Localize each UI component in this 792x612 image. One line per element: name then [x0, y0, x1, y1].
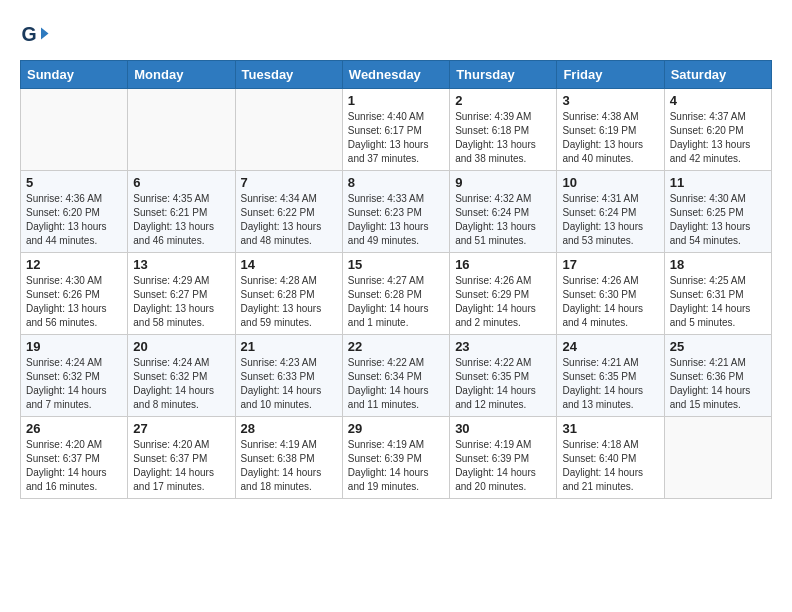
- day-number: 30: [455, 421, 551, 436]
- day-number: 16: [455, 257, 551, 272]
- calendar-header: G: [20, 20, 772, 50]
- day-number: 27: [133, 421, 229, 436]
- day-cell: 22Sunrise: 4:22 AM Sunset: 6:34 PM Dayli…: [342, 335, 449, 417]
- logo-icon: G: [20, 20, 50, 50]
- day-info: Sunrise: 4:24 AM Sunset: 6:32 PM Dayligh…: [26, 356, 122, 412]
- day-number: 23: [455, 339, 551, 354]
- day-info: Sunrise: 4:22 AM Sunset: 6:34 PM Dayligh…: [348, 356, 444, 412]
- day-info: Sunrise: 4:31 AM Sunset: 6:24 PM Dayligh…: [562, 192, 658, 248]
- day-cell: 24Sunrise: 4:21 AM Sunset: 6:35 PM Dayli…: [557, 335, 664, 417]
- day-number: 11: [670, 175, 766, 190]
- day-cell: 8Sunrise: 4:33 AM Sunset: 6:23 PM Daylig…: [342, 171, 449, 253]
- day-number: 3: [562, 93, 658, 108]
- calendar-table: SundayMondayTuesdayWednesdayThursdayFrid…: [20, 60, 772, 499]
- day-info: Sunrise: 4:22 AM Sunset: 6:35 PM Dayligh…: [455, 356, 551, 412]
- day-number: 2: [455, 93, 551, 108]
- day-cell: 30Sunrise: 4:19 AM Sunset: 6:39 PM Dayli…: [450, 417, 557, 499]
- calendar-body: 1Sunrise: 4:40 AM Sunset: 6:17 PM Daylig…: [21, 89, 772, 499]
- day-info: Sunrise: 4:35 AM Sunset: 6:21 PM Dayligh…: [133, 192, 229, 248]
- day-info: Sunrise: 4:26 AM Sunset: 6:29 PM Dayligh…: [455, 274, 551, 330]
- day-info: Sunrise: 4:21 AM Sunset: 6:36 PM Dayligh…: [670, 356, 766, 412]
- logo: G: [20, 20, 54, 50]
- week-row-5: 26Sunrise: 4:20 AM Sunset: 6:37 PM Dayli…: [21, 417, 772, 499]
- day-number: 10: [562, 175, 658, 190]
- day-number: 31: [562, 421, 658, 436]
- day-info: Sunrise: 4:33 AM Sunset: 6:23 PM Dayligh…: [348, 192, 444, 248]
- day-number: 20: [133, 339, 229, 354]
- day-number: 21: [241, 339, 337, 354]
- day-info: Sunrise: 4:26 AM Sunset: 6:30 PM Dayligh…: [562, 274, 658, 330]
- day-number: 4: [670, 93, 766, 108]
- week-row-1: 1Sunrise: 4:40 AM Sunset: 6:17 PM Daylig…: [21, 89, 772, 171]
- week-row-4: 19Sunrise: 4:24 AM Sunset: 6:32 PM Dayli…: [21, 335, 772, 417]
- day-cell: 20Sunrise: 4:24 AM Sunset: 6:32 PM Dayli…: [128, 335, 235, 417]
- day-cell: 17Sunrise: 4:26 AM Sunset: 6:30 PM Dayli…: [557, 253, 664, 335]
- day-number: 9: [455, 175, 551, 190]
- day-number: 26: [26, 421, 122, 436]
- day-info: Sunrise: 4:39 AM Sunset: 6:18 PM Dayligh…: [455, 110, 551, 166]
- day-number: 5: [26, 175, 122, 190]
- day-cell: 6Sunrise: 4:35 AM Sunset: 6:21 PM Daylig…: [128, 171, 235, 253]
- day-cell: 23Sunrise: 4:22 AM Sunset: 6:35 PM Dayli…: [450, 335, 557, 417]
- day-cell: 13Sunrise: 4:29 AM Sunset: 6:27 PM Dayli…: [128, 253, 235, 335]
- day-cell: 29Sunrise: 4:19 AM Sunset: 6:39 PM Dayli…: [342, 417, 449, 499]
- day-info: Sunrise: 4:19 AM Sunset: 6:39 PM Dayligh…: [455, 438, 551, 494]
- day-info: Sunrise: 4:34 AM Sunset: 6:22 PM Dayligh…: [241, 192, 337, 248]
- day-number: 28: [241, 421, 337, 436]
- day-cell: [235, 89, 342, 171]
- day-cell: 2Sunrise: 4:39 AM Sunset: 6:18 PM Daylig…: [450, 89, 557, 171]
- day-number: 6: [133, 175, 229, 190]
- day-number: 7: [241, 175, 337, 190]
- day-cell: 16Sunrise: 4:26 AM Sunset: 6:29 PM Dayli…: [450, 253, 557, 335]
- day-cell: [664, 417, 771, 499]
- day-info: Sunrise: 4:19 AM Sunset: 6:38 PM Dayligh…: [241, 438, 337, 494]
- day-cell: 4Sunrise: 4:37 AM Sunset: 6:20 PM Daylig…: [664, 89, 771, 171]
- day-number: 19: [26, 339, 122, 354]
- day-cell: 28Sunrise: 4:19 AM Sunset: 6:38 PM Dayli…: [235, 417, 342, 499]
- day-info: Sunrise: 4:40 AM Sunset: 6:17 PM Dayligh…: [348, 110, 444, 166]
- day-info: Sunrise: 4:30 AM Sunset: 6:25 PM Dayligh…: [670, 192, 766, 248]
- weekday-header-friday: Friday: [557, 61, 664, 89]
- day-cell: 5Sunrise: 4:36 AM Sunset: 6:20 PM Daylig…: [21, 171, 128, 253]
- day-cell: 11Sunrise: 4:30 AM Sunset: 6:25 PM Dayli…: [664, 171, 771, 253]
- day-info: Sunrise: 4:18 AM Sunset: 6:40 PM Dayligh…: [562, 438, 658, 494]
- day-cell: 21Sunrise: 4:23 AM Sunset: 6:33 PM Dayli…: [235, 335, 342, 417]
- day-cell: 12Sunrise: 4:30 AM Sunset: 6:26 PM Dayli…: [21, 253, 128, 335]
- day-cell: 18Sunrise: 4:25 AM Sunset: 6:31 PM Dayli…: [664, 253, 771, 335]
- day-info: Sunrise: 4:29 AM Sunset: 6:27 PM Dayligh…: [133, 274, 229, 330]
- day-cell: 14Sunrise: 4:28 AM Sunset: 6:28 PM Dayli…: [235, 253, 342, 335]
- day-cell: 31Sunrise: 4:18 AM Sunset: 6:40 PM Dayli…: [557, 417, 664, 499]
- day-cell: [21, 89, 128, 171]
- day-number: 29: [348, 421, 444, 436]
- week-row-2: 5Sunrise: 4:36 AM Sunset: 6:20 PM Daylig…: [21, 171, 772, 253]
- day-cell: 26Sunrise: 4:20 AM Sunset: 6:37 PM Dayli…: [21, 417, 128, 499]
- day-info: Sunrise: 4:32 AM Sunset: 6:24 PM Dayligh…: [455, 192, 551, 248]
- day-number: 18: [670, 257, 766, 272]
- day-info: Sunrise: 4:27 AM Sunset: 6:28 PM Dayligh…: [348, 274, 444, 330]
- day-number: 14: [241, 257, 337, 272]
- day-info: Sunrise: 4:28 AM Sunset: 6:28 PM Dayligh…: [241, 274, 337, 330]
- day-info: Sunrise: 4:19 AM Sunset: 6:39 PM Dayligh…: [348, 438, 444, 494]
- day-cell: 27Sunrise: 4:20 AM Sunset: 6:37 PM Dayli…: [128, 417, 235, 499]
- day-info: Sunrise: 4:20 AM Sunset: 6:37 PM Dayligh…: [133, 438, 229, 494]
- day-info: Sunrise: 4:36 AM Sunset: 6:20 PM Dayligh…: [26, 192, 122, 248]
- day-info: Sunrise: 4:37 AM Sunset: 6:20 PM Dayligh…: [670, 110, 766, 166]
- day-cell: 1Sunrise: 4:40 AM Sunset: 6:17 PM Daylig…: [342, 89, 449, 171]
- svg-marker-1: [41, 28, 49, 40]
- svg-text:G: G: [22, 23, 37, 45]
- weekday-header-sunday: Sunday: [21, 61, 128, 89]
- day-cell: [128, 89, 235, 171]
- day-number: 12: [26, 257, 122, 272]
- day-number: 15: [348, 257, 444, 272]
- day-info: Sunrise: 4:25 AM Sunset: 6:31 PM Dayligh…: [670, 274, 766, 330]
- day-number: 25: [670, 339, 766, 354]
- day-cell: 15Sunrise: 4:27 AM Sunset: 6:28 PM Dayli…: [342, 253, 449, 335]
- day-number: 1: [348, 93, 444, 108]
- weekday-header-saturday: Saturday: [664, 61, 771, 89]
- day-info: Sunrise: 4:38 AM Sunset: 6:19 PM Dayligh…: [562, 110, 658, 166]
- day-info: Sunrise: 4:21 AM Sunset: 6:35 PM Dayligh…: [562, 356, 658, 412]
- day-number: 17: [562, 257, 658, 272]
- day-number: 22: [348, 339, 444, 354]
- day-cell: 19Sunrise: 4:24 AM Sunset: 6:32 PM Dayli…: [21, 335, 128, 417]
- weekday-header-wednesday: Wednesday: [342, 61, 449, 89]
